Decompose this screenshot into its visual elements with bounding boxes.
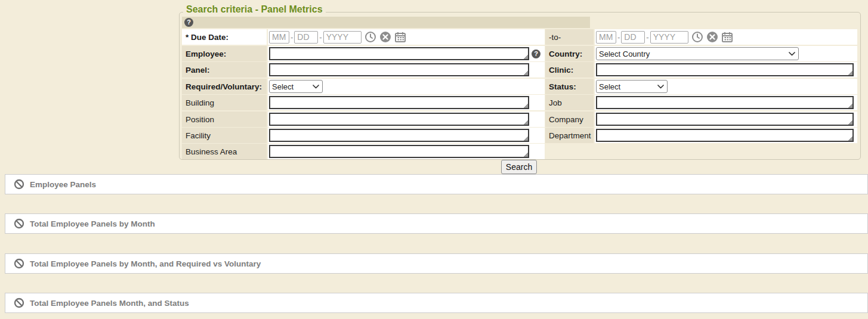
position-label: Position [186,115,214,124]
no-entry-icon [14,298,24,308]
clinic-input[interactable] [596,63,854,76]
employee-help-icon[interactable]: ? [532,49,540,58]
country-label-cell: Country: [545,46,594,61]
country-select[interactable]: Select Country [596,47,799,60]
position-label-cell: Position [182,112,267,127]
page: Search criteria - Panel Metrics ? * Due … [0,0,868,319]
form-row-due-date: * Due Date: - - -to- [182,29,857,45]
form-row-employee: Employee: ? Country: Select Country [182,46,857,61]
business-area-label: Business Area [186,147,237,156]
status-label: Status: [549,82,576,91]
calendar-icon[interactable] [394,31,406,43]
date-separator: - [291,33,293,42]
facility-input[interactable] [269,129,529,142]
employee-input-cell: ? [268,46,545,61]
date-separator: - [646,33,648,42]
clock-icon[interactable] [365,31,376,43]
search-button[interactable]: Search [501,160,537,174]
business-area-label-cell: Business Area [182,144,267,159]
department-input[interactable] [596,129,854,142]
form-row-building: Building Job [182,95,857,110]
form-row-business-area: Business Area [182,144,857,159]
building-label: Building [186,98,214,107]
business-area-input[interactable] [269,145,529,158]
to-label: -to- [549,33,561,42]
form-row-required-voluntary: Required/Voluntary: Select Status: Selec… [182,79,857,94]
due-date-to-dd-input[interactable] [621,31,645,44]
form-row-position: Position Company [182,112,857,127]
job-input-cell [595,95,857,110]
country-select-wrap: Select Country [596,47,799,60]
clear-date-icon[interactable] [379,31,391,43]
employee-label: Employee: [186,49,226,58]
required-voluntary-label-cell: Required/Voluntary: [182,79,267,94]
position-input[interactable] [269,113,529,126]
department-label-cell: Department [545,128,594,143]
date-separator: - [319,33,322,42]
panel-title: Total Employee Panels Month, and Status [30,299,189,308]
panel-input-cell [268,62,545,78]
status-select-cell: Select [595,79,857,94]
help-icon[interactable]: ? [184,18,193,27]
job-label: Job [549,98,562,107]
due-date-to-mm-input[interactable] [596,31,616,44]
status-label-cell: Status: [545,79,594,94]
form-row-panel: Panel: Clinic: [182,62,857,78]
panel-total-by-month[interactable]: Total Employee Panels by Month [5,213,868,234]
no-entry-icon [14,258,24,269]
building-label-cell: Building [182,95,267,110]
due-date-from-dd-input[interactable] [294,31,318,44]
panel-title: Total Employee Panels by Month [30,219,155,228]
facility-label: Facility [186,131,211,140]
help-bar: ? [182,17,590,28]
building-input[interactable] [269,96,529,109]
due-date-to-cell: - - [595,29,857,45]
panel-input[interactable] [269,63,529,76]
job-label-cell: Job [545,95,594,110]
business-area-input-cell [268,144,545,159]
department-label: Department [549,131,591,140]
due-date-from-group: - - [269,31,406,44]
job-input[interactable] [596,96,854,109]
company-label-cell: Company [545,112,594,127]
panel-title: Employee Panels [30,180,96,189]
clinic-label-cell: Clinic: [545,62,594,78]
no-entry-icon [14,218,24,229]
company-label: Company [549,115,583,124]
panel-title: Total Employee Panels by Month, and Requ… [30,259,261,268]
panel-employee-panels[interactable]: Employee Panels [5,174,868,194]
facility-label-cell: Facility [182,128,267,143]
clinic-label: Clinic: [549,66,573,75]
form-title: Search criteria - Panel Metrics [183,4,326,15]
status-select-wrap: Select [596,80,668,93]
status-select[interactable]: Select [596,80,668,93]
due-date-to-yyyy-input[interactable] [650,31,688,44]
due-date-from-mm-input[interactable] [269,31,289,44]
required-voluntary-label: Required/Voluntary: [186,82,262,91]
calendar-icon[interactable] [721,31,733,43]
clinic-input-cell [595,62,857,78]
panel-total-by-month-required-voluntary[interactable]: Total Employee Panels by Month, and Requ… [5,253,868,274]
due-date-to-group: - - [596,31,733,44]
to-label-cell: -to- [545,29,594,45]
clear-date-icon[interactable] [706,31,718,43]
due-date-from-cell: - - [268,29,545,45]
no-entry-icon [14,179,24,190]
due-date-label-cell: * Due Date: [182,29,267,45]
employee-label-cell: Employee: [182,46,267,61]
position-input-cell [268,112,545,127]
panel-label-cell: Panel: [182,62,267,78]
employee-input[interactable] [269,47,529,60]
panel-total-month-status[interactable]: Total Employee Panels Month, and Status [5,293,868,313]
date-separator: - [617,33,620,42]
panel-label: Panel: [186,66,210,75]
clock-icon[interactable] [691,31,703,43]
country-select-cell: Select Country [595,46,857,61]
facility-input-cell [268,128,545,143]
form-row-facility: Facility Department [182,128,857,143]
country-label: Country: [549,49,582,58]
due-date-from-yyyy-input[interactable] [323,31,362,44]
required-voluntary-select[interactable]: Select [269,80,323,93]
company-input[interactable] [596,113,854,126]
required-voluntary-select-cell: Select [268,79,545,94]
